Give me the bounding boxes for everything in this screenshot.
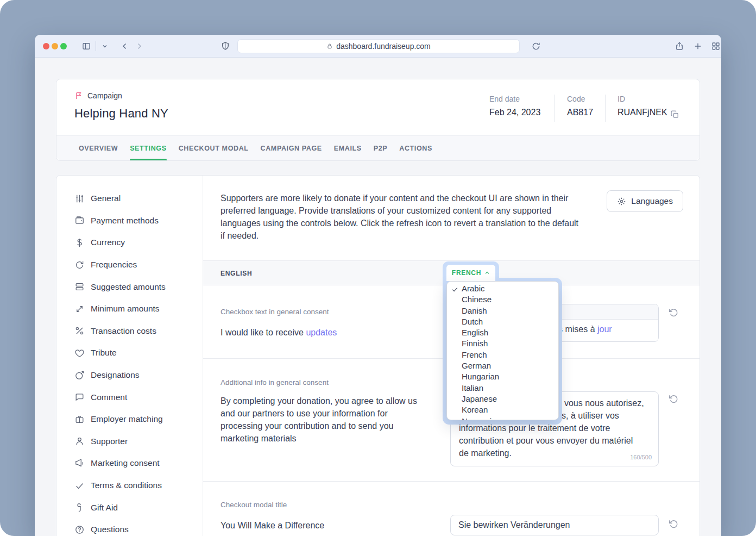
- copy-icon[interactable]: [670, 110, 680, 120]
- speech-bubble-icon: [74, 392, 85, 402]
- id-label: ID: [618, 95, 667, 103]
- sidebar-item-label: Transaction costs: [91, 326, 156, 336]
- sidebar-item-marketing-consent[interactable]: Marketing consent: [56, 452, 203, 475]
- target-arrow-icon: [74, 370, 85, 381]
- dropdown-item-chinese[interactable]: Chinese: [447, 294, 558, 305]
- dropdown-item-korean[interactable]: Korean: [447, 404, 558, 415]
- sidebar-item-terms-conditions[interactable]: Terms & conditions: [56, 475, 203, 497]
- dropdown-item-danish[interactable]: Danish: [447, 306, 558, 316]
- jour-link[interactable]: jour: [597, 325, 612, 334]
- url-bar[interactable]: dashboard.fundraiseup.com: [237, 39, 520, 53]
- tab-settings[interactable]: SETTINGS: [124, 136, 173, 160]
- french-text-line: s, à utiliser vos: [562, 409, 619, 422]
- tab-actions[interactable]: ACTIONS: [393, 136, 438, 160]
- sidebar-item-payment-methods[interactable]: Payment methods: [56, 210, 203, 232]
- heart-icon: [74, 348, 85, 358]
- sidebar-item-tribute[interactable]: Tribute: [56, 342, 203, 364]
- sidebar-item-label: Comment: [91, 392, 127, 402]
- stacked-cards-icon: [74, 282, 85, 292]
- revert-translation-icon[interactable]: [668, 394, 679, 404]
- sidebar-item-general[interactable]: General: [56, 188, 203, 210]
- row-checkout-modal-title: Checkout modal title You Will Make a Dif…: [203, 481, 700, 536]
- dropdown-item-dutch[interactable]: Dutch: [447, 316, 558, 327]
- tab-overview-icon[interactable]: [710, 40, 721, 52]
- english-value: I would like to receive updates: [220, 326, 337, 339]
- english-value: You Will Make a Difference: [220, 519, 324, 532]
- sidebar-item-designations[interactable]: Designations: [56, 364, 203, 387]
- settings-card: General Payment methods Currency Frequen…: [56, 175, 700, 536]
- updates-link[interactable]: updates: [306, 328, 337, 337]
- dropdown-item-german[interactable]: German: [447, 360, 558, 371]
- lock-icon: [326, 43, 333, 49]
- zoom-window-button[interactable]: [60, 43, 67, 49]
- share-icon[interactable]: [673, 40, 685, 52]
- browser-window: dashboard.fundraiseup.com Campaign Helpi…: [35, 35, 721, 536]
- french-translation-input[interactable]: Sie bewirken Veränderungen: [450, 515, 659, 535]
- dropdown-item-finnish[interactable]: Finnish: [447, 338, 558, 349]
- sidebar-item-label: Supporter: [91, 437, 128, 446]
- languages-button[interactable]: Languages: [607, 190, 683, 212]
- sidebar-item-transaction-costs[interactable]: Transaction costs: [56, 320, 203, 342]
- sidebar-item-label: Questions: [91, 525, 129, 534]
- sidebar-item-questions[interactable]: Questions: [56, 519, 203, 536]
- tab-campaign-page[interactable]: CAMPAIGN PAGE: [255, 136, 328, 160]
- briefcase-icon: [74, 414, 85, 425]
- french-text-line: , vous nous autorisez,: [559, 397, 644, 409]
- new-tab-icon[interactable]: [692, 40, 704, 52]
- sidebar-item-gift-aid[interactable]: Gift Aid: [56, 496, 203, 519]
- revert-translation-icon[interactable]: [668, 519, 679, 529]
- languages-button-label: Languages: [631, 196, 673, 206]
- dropdown-item-japanese[interactable]: Japanese: [447, 394, 558, 404]
- sidebar-item-label: Designations: [91, 370, 140, 380]
- sidebar-item-employer-matching[interactable]: Employer matching: [56, 408, 203, 431]
- revert-translation-icon[interactable]: [668, 307, 679, 318]
- sidebar-item-comment[interactable]: Comment: [56, 386, 203, 408]
- tab-p2p[interactable]: P2P: [368, 136, 394, 160]
- back-icon[interactable]: [119, 40, 131, 52]
- sidebar-item-label: Suggested amounts: [91, 282, 166, 292]
- page-title: Helping Hand NY: [74, 107, 168, 121]
- reload-icon[interactable]: [530, 40, 542, 52]
- forward-icon[interactable]: [133, 40, 145, 52]
- tab-checkout-modal[interactable]: CHECKOUT MODAL: [173, 136, 255, 160]
- minimize-window-button[interactable]: [52, 43, 58, 49]
- question-circle-icon: [74, 525, 85, 535]
- dropdown-item-italian[interactable]: Italian: [447, 383, 558, 394]
- language-dropdown-menu: Arabic Chinese Danish Dutch English Finn…: [446, 281, 559, 420]
- gear-icon: [617, 197, 626, 206]
- sidebar-item-label: General: [91, 194, 121, 203]
- sidebar-item-label: Payment methods: [91, 216, 159, 226]
- percent-icon: [74, 326, 85, 336]
- sidebar-item-label: Terms & conditions: [91, 481, 162, 490]
- campaign-tabs: OVERVIEW SETTINGS CHECKOUT MODAL CAMPAIG…: [56, 135, 700, 160]
- sidebar-item-minimum-amounts[interactable]: Minimum amounts: [56, 298, 203, 320]
- dropdown-item-english[interactable]: English: [447, 327, 558, 338]
- sidebar-item-currency[interactable]: Currency: [56, 232, 203, 254]
- meta-divider: [554, 95, 555, 122]
- campaign-header-card: Campaign Helping Hand NY End date Feb 24…: [56, 79, 700, 161]
- english-column-label: ENGLISH: [220, 270, 252, 277]
- field-label: Checkout modal title: [220, 501, 287, 509]
- sidebar-item-suggested-amounts[interactable]: Suggested amounts: [56, 276, 203, 298]
- dropdown-item-hungarian[interactable]: Hungarian: [447, 371, 558, 382]
- sidebar-item-label: Minimum amounts: [91, 304, 160, 314]
- selected-language-label: FRENCH: [452, 269, 481, 277]
- dollar-icon: [74, 238, 85, 248]
- sidebar-item-supporter[interactable]: Supporter: [56, 431, 203, 453]
- dropdown-item-arabic[interactable]: Arabic: [447, 283, 558, 294]
- sidebar-item-frequencies[interactable]: Frequencies: [56, 254, 203, 276]
- browser-toolbar: dashboard.fundraiseup.com: [35, 35, 721, 58]
- chevron-down-icon[interactable]: [99, 40, 111, 52]
- tab-emails[interactable]: EMAILS: [328, 136, 368, 160]
- diagonal-arrows-icon: [74, 304, 85, 314]
- dropdown-item-norwegian[interactable]: Norwegian: [447, 416, 558, 420]
- tab-overview[interactable]: OVERVIEW: [73, 136, 124, 160]
- sidebar-toggle-icon[interactable]: [80, 40, 92, 52]
- privacy-shield-icon[interactable]: [219, 40, 231, 52]
- french-value-fragment: s mises à jour: [558, 325, 612, 334]
- sidebar-item-label: Employer matching: [91, 414, 163, 424]
- close-window-button[interactable]: [43, 43, 49, 49]
- code-block: Code AB817: [567, 95, 593, 117]
- dropdown-item-french[interactable]: French: [447, 350, 558, 360]
- french-language-dropdown-button[interactable]: FRENCH: [446, 265, 495, 281]
